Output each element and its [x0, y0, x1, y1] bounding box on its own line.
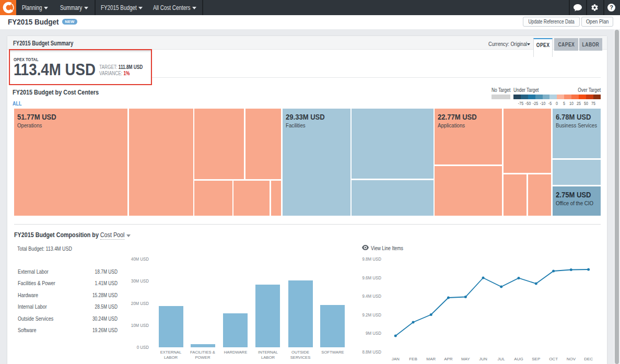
svg-text:?: ?	[610, 4, 613, 10]
